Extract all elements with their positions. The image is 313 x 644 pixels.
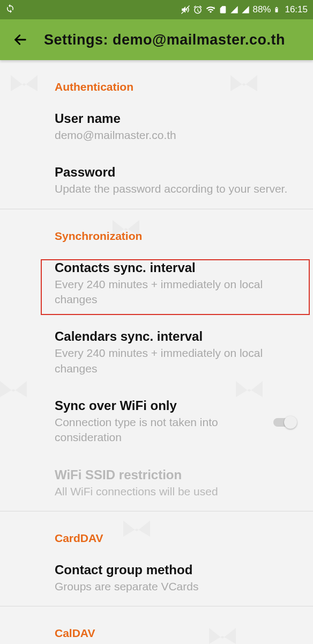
svg-text:+: + — [213, 6, 215, 10]
setting-contacts-sync-interval-title: Contacts sync. interval — [55, 260, 300, 276]
setting-sync-wifi-only-desc: Connection type is not taken into consid… — [55, 415, 300, 445]
setting-contacts-sync-interval[interactable]: Contacts sync. interval Every 240 minute… — [0, 250, 313, 319]
svg-rect-2 — [276, 8, 278, 9]
wifi-icon: + — [205, 5, 216, 14]
section-header-caldav: CalDAV — [0, 606, 313, 644]
setting-contacts-sync-interval-desc: Every 240 minutes + immediately on local… — [55, 277, 300, 308]
battery-icon — [273, 5, 280, 14]
sim-icon — [219, 5, 227, 14]
toggle-thumb — [284, 416, 297, 429]
setting-password[interactable]: Password Update the password according t… — [0, 155, 313, 209]
section-header-authentication: Authentication — [0, 60, 313, 101]
setting-password-desc: Update the password according to your se… — [55, 181, 300, 196]
setting-contact-group-method-desc: Groups are separate VCards — [55, 579, 300, 594]
sync-wifi-only-toggle[interactable] — [271, 416, 297, 429]
setting-username-value: demo@mailmaster.co.th — [55, 128, 300, 143]
setting-username[interactable]: User name demo@mailmaster.co.th — [0, 101, 313, 155]
setting-wifi-ssid-restriction-desc: All WiFi connections will be used — [55, 484, 300, 499]
android-status-bar: + 88% 16:15 — [0, 0, 313, 19]
mute-icon — [181, 5, 190, 14]
setting-username-title: User name — [55, 111, 300, 127]
section-header-synchronization: Synchronization — [0, 209, 313, 250]
setting-sync-wifi-only[interactable]: Sync over WiFi only Connection type is n… — [0, 388, 313, 457]
signal-icon-2 — [241, 5, 250, 14]
sync-icon — [5, 4, 15, 16]
clock-time: 16:15 — [285, 4, 308, 15]
battery-percentage: 88% — [252, 4, 271, 15]
setting-contact-group-method[interactable]: Contact group method Groups are separate… — [0, 552, 313, 606]
alarm-icon — [193, 5, 203, 14]
page-title: Settings: demo@mailmaster.co.th — [44, 32, 285, 48]
setting-password-title: Password — [55, 164, 300, 180]
setting-calendars-sync-interval-title: Calendars sync. interval — [55, 328, 300, 345]
setting-calendars-sync-interval[interactable]: Calendars sync. interval Every 240 minut… — [0, 319, 313, 388]
app-bar: Settings: demo@mailmaster.co.th — [0, 19, 313, 60]
setting-wifi-ssid-restriction-title: WiFi SSID restriction — [55, 467, 300, 483]
settings-content: Authentication User name demo@mailmaster… — [0, 60, 313, 644]
setting-sync-wifi-only-title: Sync over WiFi only — [55, 398, 300, 414]
section-header-carddav: CardDAV — [0, 511, 313, 552]
setting-wifi-ssid-restriction: WiFi SSID restriction All WiFi connectio… — [0, 457, 313, 511]
back-button[interactable] — [13, 32, 28, 47]
setting-contact-group-method-title: Contact group method — [55, 562, 300, 578]
signal-icon-1 — [230, 5, 239, 14]
setting-calendars-sync-interval-desc: Every 240 minutes + immediately on local… — [55, 346, 300, 376]
